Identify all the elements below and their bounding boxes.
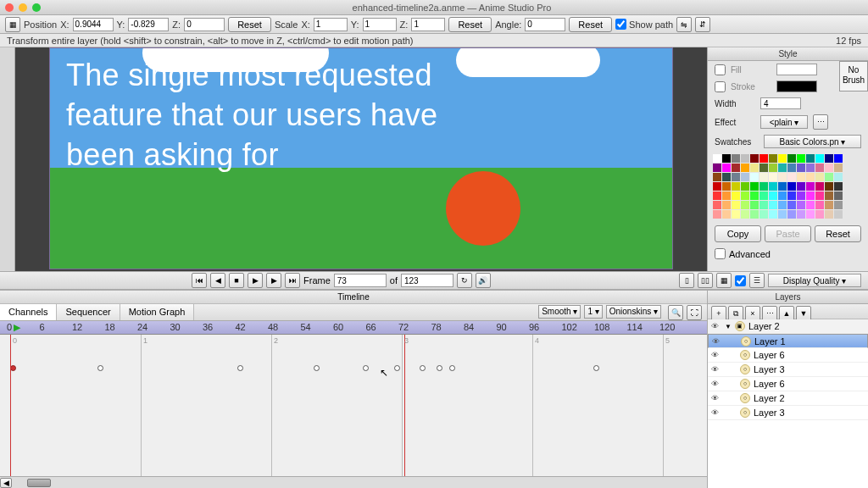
advanced-checkbox[interactable]: [715, 248, 726, 259]
color-swatch[interactable]: [722, 164, 731, 172]
playhead[interactable]: [404, 335, 405, 476]
color-swatch[interactable]: [769, 164, 777, 172]
color-swatch[interactable]: [741, 201, 749, 209]
brush-box[interactable]: No Brush: [839, 61, 868, 92]
color-swatch[interactable]: [834, 173, 843, 181]
reset-angle-button[interactable]: Reset: [569, 17, 612, 32]
audio-icon[interactable]: 🔊: [476, 273, 491, 288]
onionskins-select[interactable]: Onionskins ▾: [606, 305, 661, 319]
layer-row[interactable]: 👁○Layer 6: [708, 348, 868, 363]
timeline-scrollbar[interactable]: ◀: [0, 476, 707, 488]
scroll-thumb[interactable]: [27, 479, 51, 487]
color-swatch[interactable]: [713, 201, 721, 209]
color-swatch[interactable]: [769, 154, 777, 163]
play-icon[interactable]: ▶: [248, 273, 263, 288]
color-swatch[interactable]: [825, 164, 833, 172]
visibility-icon[interactable]: 👁: [711, 322, 721, 330]
color-swatch[interactable]: [713, 154, 721, 163]
reset-style-button[interactable]: Reset: [815, 225, 861, 242]
keyframe[interactable]: [449, 365, 455, 371]
color-swatch[interactable]: [787, 173, 796, 181]
color-swatch[interactable]: [741, 210, 749, 219]
layer-row[interactable]: 👁○Layer 2: [708, 391, 868, 406]
close-icon[interactable]: [5, 3, 14, 12]
total-frames-input[interactable]: [401, 274, 453, 287]
color-swatch[interactable]: [722, 173, 731, 181]
left-tool-strip[interactable]: [0, 47, 15, 271]
color-swatch[interactable]: [741, 154, 749, 163]
scale-y-input[interactable]: [363, 18, 397, 31]
color-swatch[interactable]: [797, 191, 805, 200]
color-swatch[interactable]: [760, 154, 768, 163]
loop-icon[interactable]: ↻: [457, 273, 472, 288]
color-swatch[interactable]: [750, 173, 759, 181]
keyframe[interactable]: [363, 365, 369, 371]
color-swatch[interactable]: [834, 154, 843, 163]
color-swatch[interactable]: [722, 154, 731, 163]
color-swatch[interactable]: [722, 201, 731, 209]
color-swatch[interactable]: [825, 191, 833, 200]
keyframe[interactable]: [593, 365, 599, 371]
color-swatch[interactable]: [815, 182, 824, 191]
color-swatch[interactable]: [834, 210, 843, 219]
keyframe[interactable]: [97, 365, 103, 371]
color-swatch[interactable]: [778, 210, 787, 219]
pos-x-input[interactable]: [73, 18, 114, 31]
reset-scale-button[interactable]: Reset: [448, 17, 492, 32]
keyframe[interactable]: [437, 365, 442, 371]
color-swatch[interactable]: [815, 210, 824, 219]
color-swatch[interactable]: [834, 201, 843, 209]
frame-input[interactable]: [334, 274, 387, 287]
minimize-icon[interactable]: [19, 3, 27, 12]
color-swatch[interactable]: [713, 191, 721, 200]
color-swatch[interactable]: [713, 210, 721, 219]
color-swatch[interactable]: [741, 164, 749, 172]
color-swatch[interactable]: [722, 182, 731, 191]
scroll-left-icon[interactable]: ◀: [0, 478, 12, 488]
color-swatch[interactable]: [834, 191, 843, 200]
color-swatch[interactable]: [769, 191, 777, 200]
scale-x-input[interactable]: [314, 18, 348, 31]
color-swatch[interactable]: [732, 154, 740, 163]
visibility-icon[interactable]: 👁: [711, 408, 721, 417]
effect-options-icon[interactable]: ⋯: [813, 114, 828, 130]
tab-sequencer[interactable]: Sequencer: [57, 304, 120, 320]
color-swatch[interactable]: [815, 154, 824, 163]
color-swatch[interactable]: [741, 182, 749, 191]
color-swatch[interactable]: [732, 164, 740, 172]
color-swatch[interactable]: [787, 182, 796, 191]
color-swatch[interactable]: [825, 182, 833, 191]
effect-select[interactable]: <plain ▾: [760, 115, 808, 129]
color-swatch[interactable]: [778, 164, 787, 172]
layer-row[interactable]: 👁○Layer 3: [708, 406, 868, 420]
color-swatch[interactable]: [750, 164, 759, 172]
color-swatch[interactable]: [760, 210, 768, 219]
view-icon[interactable]: ▯: [679, 273, 694, 288]
display-quality-select[interactable]: Display Quality ▾: [768, 274, 861, 287]
color-swatch[interactable]: [760, 182, 768, 191]
color-swatch[interactable]: [750, 182, 759, 191]
color-swatch[interactable]: [778, 154, 787, 163]
color-swatch[interactable]: [815, 173, 824, 181]
stage[interactable]: The single most requested feature that o…: [49, 47, 673, 269]
color-swatch[interactable]: [797, 164, 805, 172]
color-swatch[interactable]: [825, 210, 833, 219]
fit-icon[interactable]: ⛶: [687, 305, 702, 320]
color-swatch[interactable]: [825, 173, 833, 181]
swatch-grid[interactable]: [708, 151, 868, 222]
tool-icon[interactable]: ▦: [5, 17, 20, 32]
color-swatch[interactable]: [834, 164, 843, 172]
stroke-swatch[interactable]: [776, 80, 817, 92]
color-swatch[interactable]: [825, 201, 833, 209]
color-swatch[interactable]: [778, 191, 787, 200]
flip-v-icon[interactable]: ⇵: [695, 17, 710, 32]
next-frame-icon[interactable]: ▶: [266, 273, 281, 288]
timeline-body[interactable]: 0123456↖: [0, 335, 707, 476]
color-swatch[interactable]: [806, 191, 815, 200]
layer-row[interactable]: 👁▼▣Layer 2: [708, 319, 868, 334]
keyframe[interactable]: [10, 365, 16, 371]
color-swatch[interactable]: [741, 191, 749, 200]
view-icon[interactable]: ▯▯: [698, 273, 713, 288]
chevron-down-icon[interactable]: ▼: [725, 323, 732, 330]
color-swatch[interactable]: [834, 182, 843, 191]
